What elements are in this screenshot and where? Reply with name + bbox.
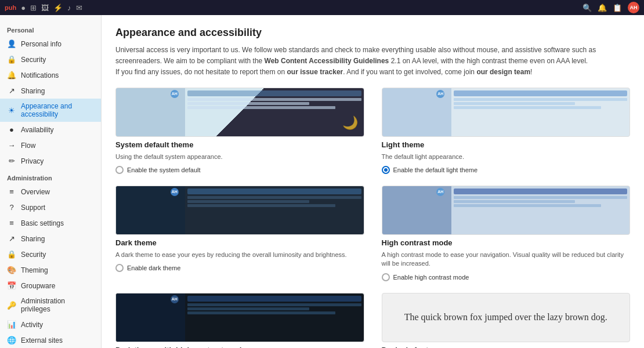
sidebar-label-admin-sharing: Sharing [21, 235, 45, 243]
lock-icon: 🔒 [7, 55, 16, 64]
sidebar-item-basic-settings[interactable]: ≡ Basic settings [0, 215, 101, 231]
main-content: Appearance and accessibility Universal a… [102, 15, 644, 348]
activity-icon: 📊 [7, 320, 16, 329]
circle-icon: ● [7, 125, 16, 134]
app-logo[interactable]: puh [5, 4, 16, 11]
theme-preview-light: AH [382, 88, 631, 137]
sidebar-label-overview: Overview [21, 188, 50, 196]
sidebar-label-privacy: Privacy [21, 157, 44, 165]
privacy-icon: ✏ [7, 157, 16, 165]
sidebar-item-flow[interactable]: → Flow [0, 137, 101, 153]
system-theme-icon: 🌙 [342, 115, 358, 130]
sidebar-label-appearance: Appearance and accessibility [21, 102, 94, 118]
theme-system-radio-label: Enable the system default [127, 166, 201, 173]
sidebar-label-admin-privileges: Administration privileges [21, 297, 94, 313]
personal-section-label: Personal [0, 21, 101, 36]
sidebar-label-theming: Theming [21, 266, 48, 274]
bell-icon: 🔔 [7, 71, 16, 79]
radio-circle-system [115, 166, 124, 174]
sidebar-item-theming[interactable]: 🎨 Theming [0, 262, 101, 278]
dyslexia-sample-text: The quick brown fox jumped over the lazy… [404, 311, 607, 324]
theme-item-dark-hcm: AH Dark theme with high contrast mode Si… [115, 293, 364, 348]
sidebar-item-overview[interactable]: ≡ Overview [0, 184, 101, 200]
sidebar-label-activity: Activity [21, 321, 43, 329]
theme-light-radio-label: Enable the default light theme [393, 166, 478, 173]
wcag-link[interactable]: Web Content Accessibility Guidelines [265, 57, 389, 65]
share-icon: ↗ [7, 86, 16, 95]
topbar-image-icon[interactable]: 🖼 [41, 3, 49, 12]
theme-dark-radio[interactable]: Enable dark theme [115, 264, 364, 272]
sidebar-item-availability[interactable]: ● Availability [0, 122, 101, 137]
sidebar-item-external-sites[interactable]: 🌐 External sites [0, 332, 101, 348]
admin-share-icon: ↗ [7, 234, 16, 243]
theme-system-desc: Using the default system appearance. [115, 153, 364, 161]
sidebar-item-privacy[interactable]: ✏ Privacy [0, 153, 101, 169]
theme-preview-dyslexia: The quick brown fox jumped over the lazy… [382, 293, 631, 342]
sidebar-label-availability: Availability [21, 126, 53, 134]
topbar-circle-icon[interactable]: ● [21, 3, 26, 12]
theme-dark-name: Dark theme [115, 238, 364, 247]
admin-lock-icon: 🔒 [7, 250, 16, 259]
administration-section-label: Administration [0, 169, 101, 184]
sidebar-label-security: Security [21, 56, 46, 64]
topbar-grid-icon[interactable]: ⊞ [30, 3, 37, 12]
topbar-right: 🔍 🔔 📋 AH [583, 2, 639, 13]
sidebar-label-notifications: Notifications [21, 71, 59, 79]
sidebar-item-sharing[interactable]: ↗ Sharing [0, 83, 101, 99]
sidebar-label-personal-info: Personal info [21, 40, 61, 48]
sidebar-label-flow: Flow [21, 142, 35, 150]
sidebar-item-admin-security[interactable]: 🔒 Security [0, 246, 101, 262]
overview-icon: ≡ [7, 187, 16, 196]
person-icon: 👤 [7, 39, 16, 48]
sidebar-item-admin-privileges[interactable]: 🔑 Administration privileges [0, 293, 101, 317]
sidebar: Personal 👤 Personal info 🔒 Security 🔔 No… [0, 15, 102, 348]
theme-hcm-radio-label: Enable high contrast mode [393, 274, 469, 281]
topbar: puh ● ⊞ 🖼 ⚡ ♪ ✉ 🔍 🔔 📋 AH [0, 0, 644, 15]
theme-item-dyslexia: The quick brown fox jumped over the lazy… [382, 293, 631, 348]
theme-light-radio[interactable]: Enable the default light theme [382, 166, 631, 174]
settings-icon: ≡ [7, 219, 16, 227]
avatar[interactable]: AH [628, 2, 639, 13]
theme-hcm-desc: A high contrast mode to ease your naviga… [382, 251, 631, 269]
external-icon: 🌐 [7, 336, 16, 345]
radio-circle-light [382, 166, 390, 174]
sidebar-label-sharing: Sharing [21, 87, 45, 95]
sidebar-label-support: Support [21, 204, 45, 212]
topbar-mail-icon[interactable]: ✉ [76, 3, 82, 12]
theme-light-name: Light theme [382, 140, 631, 149]
radio-circle-hcm [382, 273, 390, 281]
theme-hcm-name: High contrast mode [382, 238, 631, 247]
sidebar-item-personal-info[interactable]: 👤 Personal info [0, 36, 101, 52]
sidebar-item-groupware[interactable]: 📅 Groupware [0, 278, 101, 293]
theme-system-radio[interactable]: Enable the system default [115, 166, 364, 174]
theme-item-light: AH Light theme The default light appeara… [382, 88, 631, 174]
theme-item-dark: AH Dark theme A dark theme to ease your … [115, 186, 364, 281]
design-team-link[interactable]: our design team [476, 68, 530, 76]
sidebar-item-support[interactable]: ? Support [0, 200, 101, 215]
topbar-lightning-icon[interactable]: ⚡ [53, 3, 63, 12]
radio-circle-dark [115, 264, 124, 272]
sidebar-item-security[interactable]: 🔒 Security [0, 52, 101, 67]
sun-icon: ☀ [7, 106, 16, 115]
sidebar-item-admin-sharing[interactable]: ↗ Sharing [0, 231, 101, 246]
notification-icon[interactable]: 🔔 [598, 3, 607, 12]
topbar-audio-icon[interactable]: ♪ [67, 3, 71, 12]
search-icon[interactable]: 🔍 [583, 3, 592, 12]
issue-tracker-link[interactable]: our issue tracker [287, 68, 343, 76]
sidebar-item-notifications[interactable]: 🔔 Notifications [0, 67, 101, 83]
groupware-icon: 📅 [7, 281, 16, 290]
sidebar-label-groupware: Groupware [21, 282, 55, 290]
theme-preview-system: AH 🌙 [115, 88, 364, 137]
sidebar-item-appearance[interactable]: ☀ Appearance and accessibility [0, 99, 101, 122]
flow-icon: → [7, 141, 16, 150]
sidebar-label-external-sites: External sites [21, 336, 63, 345]
theme-preview-hcm: AH [382, 186, 631, 235]
topbar-left: puh ● ⊞ 🖼 ⚡ ♪ ✉ [5, 3, 82, 12]
sidebar-item-activity[interactable]: 📊 Activity [0, 317, 101, 332]
privileges-icon: 🔑 [7, 301, 16, 310]
theme-item-system: AH 🌙 System default theme Using the defa… [115, 88, 364, 174]
theme-dyslexia-name: Dyslexia font [382, 346, 631, 348]
theme-preview-dark: AH [115, 186, 364, 235]
clipboard-icon[interactable]: 📋 [613, 3, 622, 12]
theme-hcm-radio[interactable]: Enable high contrast mode [382, 273, 631, 281]
